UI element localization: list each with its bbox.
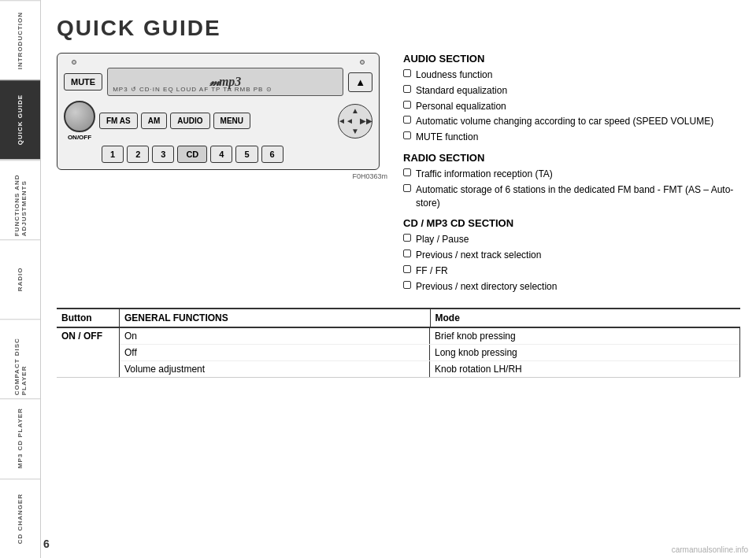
checkbox-4 [403,116,411,124]
radio-item-1: Traffic information reception (TA) [403,168,740,181]
checkbox-1 [403,69,411,77]
audio-button[interactable]: AUDIO [170,113,209,129]
table-header: Button GENERAL FUNCTIONS Mode [57,309,740,328]
checkbox-6 [403,168,411,176]
am-button[interactable]: AM [141,113,168,129]
sidebar-item-quick-guide[interactable]: QUICK GUIDE [0,79,40,159]
table-function-off: Off [120,345,430,360]
sidebar: INTRODUCTION QUICK GUIDE FUNCTIONS AND A… [0,0,41,558]
watermark: carmanualsonline.info [672,545,748,554]
table-mode-on: Brief knob pressing [430,328,739,344]
radio-item-2: Automatic storage of 6 stations in the d… [403,183,740,210]
main-knob[interactable] [64,101,95,132]
table-cell-button-onoff: ON / OFF [57,328,120,377]
table-col-mode: Mode [431,309,741,327]
fm-button[interactable]: FM AS [99,113,138,129]
table-row-group-onoff: ON / OFF On Brief knob pressing Off Long… [57,328,740,378]
dot-right [360,60,365,65]
knob-container: ON/OFF [64,101,95,141]
top-dots [64,60,372,65]
radio-section-heading: RADIO SECTION [403,152,740,164]
cd-section-heading: CD / MP3 CD SECTION [403,217,740,229]
table-function-on: On [120,328,430,344]
preset-6[interactable]: 6 [261,146,284,163]
audio-section-heading: AUDIO SECTION [403,53,740,65]
sidebar-item-functions[interactable]: FUNCTIONS AND ADJUSTMENTS [0,160,40,239]
table-subrow-on: On Brief knob pressing [120,328,739,345]
radio-presets-row: 1 2 3 CD 4 5 6 [102,146,372,163]
audio-item-5: MUTE function [403,131,740,144]
checkbox-10 [403,265,411,273]
checkbox-9 [403,249,411,257]
eject-button[interactable]: ▲ [348,72,372,92]
sidebar-item-compact-disc[interactable]: COMPACT DISC PLAYER [0,319,40,398]
sidebar-item-cd-changer[interactable]: CD CHANGER [0,479,40,558]
content-row: MUTE 𝓂mp3 MP3 ↺ CD·IN EQ LOUD AF TP TA R… [57,53,740,296]
nav-pad[interactable]: ▲ ◄◄▶▶ ▼ [338,104,372,139]
page-number: 6 [43,538,50,550]
preset-cd[interactable]: CD [177,146,207,163]
preset-3[interactable]: 3 [152,146,174,163]
checkbox-8 [403,234,411,242]
mute-button[interactable]: MUTE [64,73,102,91]
cd-item-1: Play / Pause [403,233,740,246]
menu-button[interactable]: MENU [213,113,250,129]
main-content: QUICK GUIDE MUTE 𝓂mp3 MP3 ↺ [41,0,756,558]
display-screen: 𝓂mp3 MP3 ↺ CD·IN EQ LOUD AF TP TA RMB PB… [107,68,343,96]
radio-middle-row: ON/OFF FM AS AM AUDIO MENU ▲ ◄◄▶▶ [64,101,372,141]
checkbox-2 [403,85,411,93]
display-subtext: MP3 ↺ CD·IN EQ LOUD AF TP TA RMB PB ⊙ [113,86,272,93]
checkbox-7 [403,184,411,192]
table-subrow-off: Off Long knob pressing [120,345,739,361]
cd-item-2: Previous / next track selection [403,249,740,262]
table-functions-col: On Brief knob pressing Off Long knob pre… [120,328,740,377]
onoff-label: ON/OFF [68,134,91,141]
table-col-button: Button [57,309,120,327]
figure-label: F0H0363m [57,172,387,180]
cd-item-3: FF / FR [403,264,740,278]
preset-2[interactable]: 2 [127,146,149,163]
table-mode-volume: Knob rotation LH/RH [430,361,739,377]
table-col-functions: GENERAL FUNCTIONS [120,309,431,327]
audio-item-1: Loudness function [403,68,740,82]
checkbox-11 [403,281,411,289]
nav-pad-inner: ▲ ◄◄▶▶ ▼ [338,104,372,139]
radio-image-container: MUTE 𝓂mp3 MP3 ↺ CD·IN EQ LOUD AF TP TA R… [57,53,387,296]
preset-5[interactable]: 5 [235,146,258,163]
audio-item-4: Automatic volume changing according to c… [403,115,740,128]
radio-top-row: MUTE 𝓂mp3 MP3 ↺ CD·IN EQ LOUD AF TP TA R… [64,68,372,96]
cd-item-4: Previous / next directory selection [403,280,740,294]
table-function-volume: Volume adjustment [120,361,430,377]
audio-item-3: Personal equalization [403,100,740,113]
table-subrow-volume: Volume adjustment Knob rotation LH/RH [120,361,739,377]
preset-4[interactable]: 4 [210,146,232,163]
table-mode-off: Long knob pressing [430,345,739,360]
preset-1[interactable]: 1 [102,146,124,163]
nav-arrows: ▲ ◄◄▶▶ ▼ [338,106,372,135]
radio-buttons: FM AS AM AUDIO MENU [99,113,334,129]
audio-item-2: Standard equalization [403,84,740,98]
page-title: QUICK GUIDE [57,16,740,41]
dot-left [72,60,76,65]
sidebar-item-introduction[interactable]: INTRODUCTION [0,0,40,79]
sidebar-item-radio[interactable]: RADIO [0,239,40,319]
table-section: Button GENERAL FUNCTIONS Mode ON / OFF O… [57,308,740,378]
checkbox-3 [403,101,411,109]
sidebar-item-mp3-cd[interactable]: MP3 CD PLAYER [0,398,40,478]
description: AUDIO SECTION Loudness function Standard… [403,53,740,296]
checkbox-5 [403,131,411,139]
radio-unit: MUTE 𝓂mp3 MP3 ↺ CD·IN EQ LOUD AF TP TA R… [57,53,380,170]
